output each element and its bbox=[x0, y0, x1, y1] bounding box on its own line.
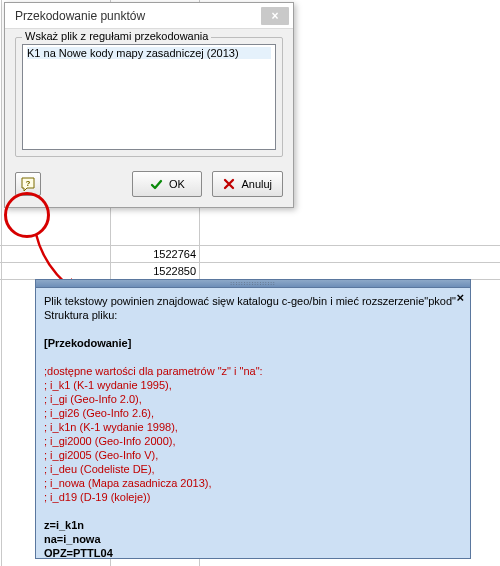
cancel-button[interactable]: Anuluj bbox=[212, 171, 283, 197]
recode-dialog: Przekodowanie punktów × Wskaż plik z reg… bbox=[4, 2, 294, 208]
list-item[interactable]: K1 na Nowe kody mapy zasadniczej (2013) bbox=[27, 47, 271, 59]
tooltip-param-line: ; i_k1 (K-1 wydanie 1995), bbox=[44, 378, 462, 392]
grid-cell: 1522764 bbox=[110, 246, 200, 263]
tooltip-footer: na=i_nowa bbox=[44, 532, 462, 546]
tooltip-param-line: ; i_gi2000 (Geo-Info 2000), bbox=[44, 434, 462, 448]
tooltip-param-line: ; i_d19 (D-19 (koleje)) bbox=[44, 490, 462, 504]
check-icon bbox=[150, 178, 163, 191]
tooltip-panel: × Plik tekstowy powinien znajdować sięw … bbox=[35, 287, 471, 559]
dialog-title: Przekodowanie punktów bbox=[15, 9, 261, 23]
help-icon: ? bbox=[20, 176, 36, 192]
ok-label: OK bbox=[169, 178, 185, 190]
tooltip-footer: OPZ=PTTL04 bbox=[44, 546, 462, 560]
tooltip-param-line: ; i_gi26 (Geo-Info 2.6), bbox=[44, 406, 462, 420]
tooltip-param-line: ; i_deu (Codeliste DE), bbox=[44, 462, 462, 476]
titlebar[interactable]: Przekodowanie punktów × bbox=[5, 3, 293, 29]
tooltip-param-line: ; i_k1n (K-1 wydanie 1998), bbox=[44, 420, 462, 434]
tooltip-param-line: ; i_gi (Geo-Info 2.0), bbox=[44, 392, 462, 406]
tooltip-footer: z=i_k1n bbox=[44, 518, 462, 532]
red-callout-circle bbox=[4, 192, 50, 238]
svg-text:?: ? bbox=[26, 179, 31, 188]
tooltip-param-line: ; i_gi2005 (Geo-Info V), bbox=[44, 448, 462, 462]
rules-groupbox: Wskaż plik z regułami przekodowania K1 n… bbox=[15, 37, 283, 157]
tooltip-grip[interactable]: ::::::::::::::::: bbox=[35, 279, 471, 287]
tooltip-comment: ;dostępne wartości dla parametrów "z" i … bbox=[44, 364, 462, 378]
ok-button[interactable]: OK bbox=[132, 171, 202, 197]
grid-cell: 1522850 bbox=[110, 263, 200, 280]
tooltip-line: Plik tekstowy powinien znajdować sięw ka… bbox=[44, 294, 462, 308]
groupbox-label: Wskaż plik z regułami przekodowania bbox=[22, 30, 211, 42]
x-icon bbox=[223, 178, 235, 190]
close-button[interactable]: × bbox=[261, 7, 289, 25]
cancel-label: Anuluj bbox=[241, 178, 272, 190]
tooltip-close-button[interactable]: × bbox=[456, 291, 464, 305]
close-icon: × bbox=[271, 9, 278, 23]
rules-listbox[interactable]: K1 na Nowe kody mapy zasadniczej (2013) bbox=[22, 44, 276, 150]
tooltip-section-title: [Przekodowanie] bbox=[44, 336, 462, 350]
tooltip-param-line: ; i_nowa (Mapa zasadnicza 2013), bbox=[44, 476, 462, 490]
tooltip-line: Struktura pliku: bbox=[44, 308, 462, 322]
